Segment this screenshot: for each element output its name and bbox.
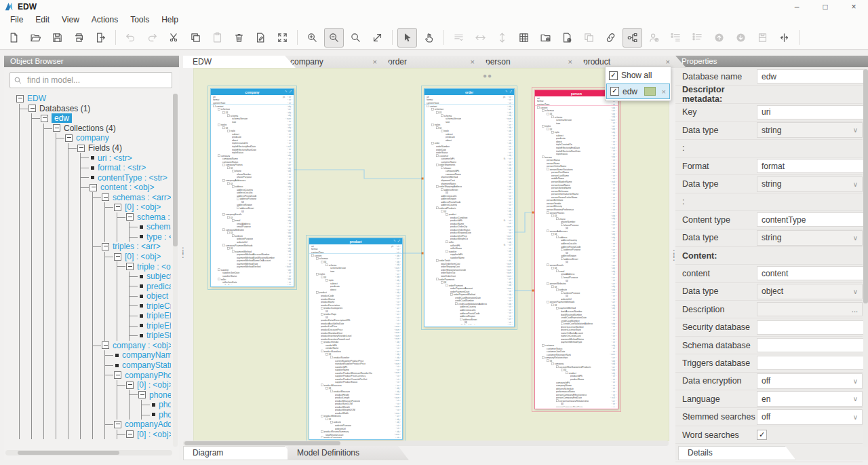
field-expander-icon[interactable] bbox=[232, 219, 235, 222]
property-description-field[interactable]: ... bbox=[757, 302, 863, 316]
field-expander-icon[interactable] bbox=[232, 170, 235, 172]
property-input-content[interactable] bbox=[757, 266, 867, 280]
field-expander-icon[interactable] bbox=[551, 304, 554, 307]
field-expander-icon[interactable] bbox=[326, 418, 328, 421]
field-expander-icon[interactable] bbox=[460, 318, 462, 320]
field-expander-icon[interactable] bbox=[326, 387, 328, 390]
tree-node[interactable]: companyName : <str> bbox=[4, 350, 171, 360]
tree-node[interactable]: schemaVersion : <num> bbox=[4, 222, 171, 232]
tree-expander-icon[interactable] bbox=[126, 382, 134, 389]
select-icon[interactable] bbox=[397, 28, 417, 48]
field-expander-icon[interactable] bbox=[316, 291, 319, 294]
field-expander-icon[interactable] bbox=[218, 108, 220, 111]
relationships-icon[interactable] bbox=[623, 28, 642, 48]
field-expander-icon[interactable] bbox=[551, 362, 554, 365]
field-row[interactable]: personCompanyStartDate‹str› bbox=[535, 405, 618, 407]
property-input-key[interactable] bbox=[757, 105, 867, 119]
entity-box-order[interactable]: order✎ ⤢uripk‹str›format‹str›contentType… bbox=[424, 88, 515, 327]
field-expander-icon[interactable] bbox=[431, 108, 434, 111]
field-expander-icon[interactable] bbox=[232, 185, 235, 188]
property-select-language[interactable]: en∨ bbox=[757, 391, 863, 407]
field-expander-icon[interactable] bbox=[431, 142, 434, 145]
field-expander-icon[interactable] bbox=[551, 131, 554, 134]
field-expander-icon[interactable] bbox=[326, 263, 328, 266]
field-expander-icon[interactable] bbox=[218, 124, 220, 126]
field-expander-icon[interactable] bbox=[311, 255, 314, 257]
right-splitter-handle[interactable]: ⋮⋮ bbox=[670, 251, 678, 259]
open-icon[interactable] bbox=[26, 28, 45, 48]
zoom-icon[interactable] bbox=[346, 28, 366, 48]
field-expander-icon[interactable] bbox=[551, 115, 554, 118]
field-expander-icon[interactable] bbox=[547, 113, 549, 115]
cut-icon[interactable] bbox=[164, 28, 184, 48]
field-expander-icon[interactable] bbox=[547, 282, 549, 285]
add-entity-icon[interactable] bbox=[557, 28, 577, 48]
tab-close-icon[interactable]: × bbox=[568, 56, 572, 68]
field-expander-icon[interactable] bbox=[547, 230, 549, 233]
property-input-format[interactable] bbox=[757, 159, 867, 173]
search-box[interactable] bbox=[9, 72, 172, 88]
tree-expander-icon[interactable] bbox=[102, 341, 109, 349]
tab-model-definitions[interactable]: Model Definitions bbox=[288, 446, 409, 460]
entity-box-company[interactable]: company✎ ⤢uripk‹str›format‹str›contentTy… bbox=[210, 88, 294, 287]
maximize-button[interactable]: □ bbox=[811, 0, 840, 14]
field-expander-icon[interactable] bbox=[330, 421, 333, 424]
field-expander-icon[interactable] bbox=[566, 372, 568, 375]
export-icon[interactable] bbox=[91, 28, 111, 48]
pan-icon[interactable] bbox=[419, 28, 439, 48]
field-expander-icon[interactable] bbox=[542, 155, 545, 158]
field-expander-icon[interactable] bbox=[547, 168, 549, 171]
field-expander-icon[interactable] bbox=[446, 250, 448, 253]
tree-expander-icon[interactable] bbox=[138, 391, 146, 398]
tree-node[interactable]: companyPhones : <arr> bbox=[4, 370, 171, 380]
field-expander-icon[interactable] bbox=[227, 216, 230, 219]
tree-node[interactable]: tripleEffectivityEndDate : <null> bbox=[4, 311, 171, 321]
field-expander-icon[interactable] bbox=[436, 259, 439, 262]
property-select-data-type[interactable]: string∨ bbox=[757, 122, 863, 138]
field-expander-icon[interactable] bbox=[227, 130, 230, 132]
print-icon[interactable] bbox=[69, 28, 89, 48]
field-expander-icon[interactable] bbox=[547, 301, 549, 303]
field-expander-icon[interactable] bbox=[441, 114, 443, 117]
field-expander-icon[interactable] bbox=[547, 360, 549, 362]
menu-edit[interactable]: Edit bbox=[29, 14, 56, 26]
grid-icon[interactable] bbox=[514, 28, 534, 48]
field-expander-icon[interactable] bbox=[450, 293, 453, 296]
tree-node[interactable]: [0] : <obj> bbox=[4, 202, 171, 212]
field-expander-icon[interactable] bbox=[455, 303, 458, 305]
trash-icon[interactable] bbox=[229, 28, 249, 48]
field-expander-icon[interactable] bbox=[542, 356, 545, 359]
tree-node[interactable]: subject : <str> bbox=[4, 272, 171, 282]
field-row[interactable]: sellerStatus‹str› bbox=[211, 284, 294, 285]
field-expander-icon[interactable] bbox=[218, 269, 220, 272]
field-expander-icon[interactable] bbox=[556, 307, 559, 310]
tree-node[interactable]: triples : <arr> bbox=[4, 242, 171, 252]
field-expander-icon[interactable] bbox=[326, 279, 328, 282]
show-all-checkbox[interactable]: ✓ bbox=[609, 71, 618, 80]
tree-node[interactable]: companyAddresses : <arr> bbox=[4, 420, 171, 430]
field-expander-icon[interactable] bbox=[561, 257, 564, 260]
tree-node[interactable]: tripleCreatedOn : <str> bbox=[4, 301, 171, 311]
show-all-row[interactable]: ✓ Show all bbox=[606, 67, 671, 83]
tree-expander-icon[interactable] bbox=[90, 184, 97, 191]
tree-node[interactable]: phone : <obj> bbox=[4, 390, 171, 400]
field-expander-icon[interactable] bbox=[232, 235, 235, 238]
tree-node[interactable]: content : <obj> bbox=[4, 183, 171, 193]
entity-pin-icon[interactable]: ✎ ⤢ bbox=[285, 90, 292, 93]
field-expander-icon[interactable] bbox=[321, 384, 323, 387]
field-expander-icon[interactable] bbox=[441, 210, 443, 212]
field-expander-icon[interactable] bbox=[561, 369, 564, 371]
property-select-data-encryption[interactable]: off∨ bbox=[757, 373, 863, 389]
field-expander-icon[interactable] bbox=[561, 322, 564, 325]
tree-node[interactable]: triple : <obj> bbox=[4, 261, 171, 272]
field-expander-icon[interactable] bbox=[321, 307, 323, 310]
minimize-button[interactable]: – bbox=[783, 0, 811, 14]
tree-expander-icon[interactable] bbox=[65, 134, 73, 142]
tree-horizontal-scrollbar[interactable] bbox=[5, 450, 172, 455]
tree-node[interactable]: [0] : <obj> bbox=[4, 430, 171, 440]
tree-node[interactable]: [0] : <obj> bbox=[4, 252, 171, 262]
search-input[interactable] bbox=[26, 75, 164, 86]
tree-expander-icon[interactable] bbox=[28, 105, 36, 112]
tree-node[interactable]: contentType : <str> bbox=[4, 172, 171, 183]
field-expander-icon[interactable] bbox=[321, 341, 323, 343]
